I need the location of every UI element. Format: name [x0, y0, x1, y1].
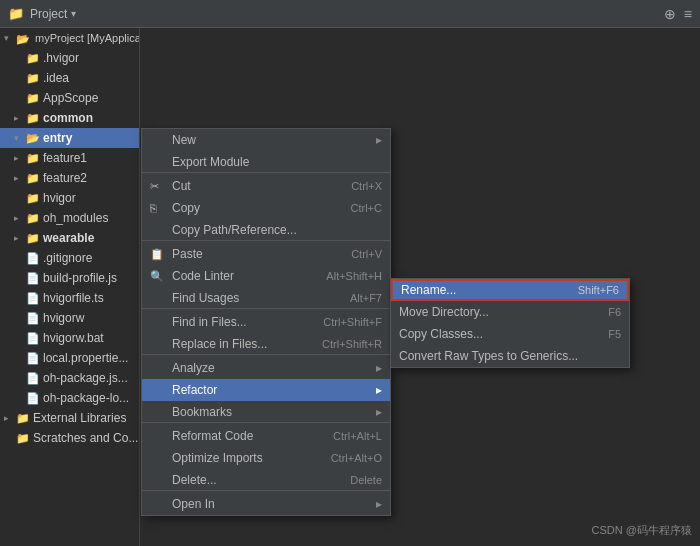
- context-menu-cut[interactable]: ✂ Cut Ctrl+X: [142, 175, 390, 197]
- tree-item-hvigor2[interactable]: 📁 hvigor: [0, 188, 139, 208]
- copy-path-label: Copy Path/Reference...: [172, 223, 382, 237]
- oh-package-lo-label: oh-package-lo...: [43, 391, 129, 405]
- tree-item-feature2[interactable]: 📁 feature2: [0, 168, 139, 188]
- tree-item-build-profile[interactable]: 📄 build-profile.js: [0, 268, 139, 288]
- context-menu-paste[interactable]: 📋 Paste Ctrl+V: [142, 243, 390, 265]
- tree-item-feature1[interactable]: 📁 feature1: [0, 148, 139, 168]
- analyze-label: Analyze: [172, 361, 372, 375]
- tree-item-entry[interactable]: 📂 entry: [0, 128, 139, 148]
- idea-label: .idea: [43, 71, 69, 85]
- move-directory-label: Move Directory...: [399, 305, 608, 319]
- copy-classes-label: Copy Classes...: [399, 327, 608, 341]
- tree-item-hvigor[interactable]: 📁 .hvigor: [0, 48, 139, 68]
- wearable-label: wearable: [43, 231, 94, 245]
- context-menu-copy[interactable]: ⎘ Copy Ctrl+C: [142, 197, 390, 219]
- tree-root-arrow: [4, 33, 16, 43]
- copy-classes-shortcut: F5: [608, 328, 621, 340]
- tree-item-hvigorw-bat[interactable]: 📄 hvigorw.bat: [0, 328, 139, 348]
- tree-item-gitignore[interactable]: 📄 .gitignore: [0, 248, 139, 268]
- context-menu-copy-path[interactable]: Copy Path/Reference...: [142, 219, 390, 241]
- build-profile-label: build-profile.js: [43, 271, 117, 285]
- submenu-rename[interactable]: Rename... Shift+F6: [391, 279, 629, 301]
- context-menu-analyze[interactable]: Analyze ▸: [142, 357, 390, 379]
- open-in-label: Open In: [172, 497, 372, 511]
- tree-item-oh-modules[interactable]: 📁 oh_modules: [0, 208, 139, 228]
- context-menu-refactor[interactable]: Refactor ▸: [142, 379, 390, 401]
- tree-item-hvigorw[interactable]: 📄 hvigorw: [0, 308, 139, 328]
- submenu-move-directory[interactable]: Move Directory... F6: [391, 301, 629, 323]
- menu-icon[interactable]: ≡: [684, 6, 692, 22]
- context-menu-bookmarks[interactable]: Bookmarks ▸: [142, 401, 390, 423]
- feature1-label: feature1: [43, 151, 87, 165]
- hvigorfile-label: hvigorfile.ts: [43, 291, 104, 305]
- ext-libraries-label: External Libraries: [33, 411, 126, 425]
- context-menu-delete[interactable]: Delete... Delete: [142, 469, 390, 491]
- project-panel: myProject [MyApplication] D:\myProject 📁…: [0, 28, 140, 546]
- delete-label: Delete...: [172, 473, 342, 487]
- copy-icon: ⎘: [150, 202, 168, 214]
- tree-item-oh-package-lo[interactable]: 📄 oh-package-lo...: [0, 388, 139, 408]
- export-module-label: Export Module: [172, 155, 382, 169]
- replace-files-label: Replace in Files...: [172, 337, 314, 351]
- tree-item-wearable[interactable]: 📁 wearable: [0, 228, 139, 248]
- oh-package-js-label: oh-package.js...: [43, 371, 128, 385]
- refactor-submenu: Rename... Shift+F6 Move Directory... F6 …: [390, 278, 630, 368]
- oh-modules-arrow: [14, 213, 26, 223]
- context-menu-find-usages[interactable]: Find Usages Alt+F7: [142, 287, 390, 309]
- context-menu-replace-files[interactable]: Replace in Files... Ctrl+Shift+R: [142, 333, 390, 355]
- context-menu-optimize[interactable]: Optimize Imports Ctrl+Alt+O: [142, 447, 390, 469]
- title-bar-actions: ⊕ ≡: [664, 6, 692, 22]
- reformat-label: Reformat Code: [172, 429, 325, 443]
- hvigorw-bat-label: hvigorw.bat: [43, 331, 104, 345]
- oh-modules-label: oh_modules: [43, 211, 108, 225]
- tree-item-scratches[interactable]: 📁 Scratches and Co...: [0, 428, 139, 448]
- cut-label: Cut: [172, 179, 343, 193]
- title-bar-icon: 📁: [8, 6, 24, 21]
- reformat-shortcut: Ctrl+Alt+L: [333, 430, 382, 442]
- tree-item-common[interactable]: 📁 common: [0, 108, 139, 128]
- context-menu-new[interactable]: New ▸: [142, 129, 390, 151]
- tree-item-oh-package-js[interactable]: 📄 oh-package.js...: [0, 368, 139, 388]
- context-menu-find-files[interactable]: Find in Files... Ctrl+Shift+F: [142, 311, 390, 333]
- title-bar: 📁 Project ▾ ⊕ ≡: [0, 0, 700, 28]
- context-menu-reformat[interactable]: Reformat Code Ctrl+Alt+L: [142, 425, 390, 447]
- bookmarks-label: Bookmarks: [172, 405, 372, 419]
- copy-shortcut: Ctrl+C: [351, 202, 382, 214]
- context-menu-open-in[interactable]: Open In ▸: [142, 493, 390, 515]
- find-usages-label: Find Usages: [172, 291, 342, 305]
- tree-item-idea[interactable]: 📁 .idea: [0, 68, 139, 88]
- tree-item-hvigorfile[interactable]: 📄 hvigorfile.ts: [0, 288, 139, 308]
- code-linter-label: Code Linter: [172, 269, 318, 283]
- linter-shortcut: Alt+Shift+H: [326, 270, 382, 282]
- open-in-arrow: ▸: [376, 497, 382, 511]
- context-menu: New ▸ Export Module ✂ Cut Ctrl+X ⎘ Copy …: [141, 128, 391, 516]
- copy-label: Copy: [172, 201, 343, 215]
- refactor-label: Refactor: [172, 383, 372, 397]
- gitignore-label: .gitignore: [43, 251, 92, 265]
- feature2-arrow: [14, 173, 26, 183]
- scratches-label: Scratches and Co...: [33, 431, 138, 445]
- add-icon[interactable]: ⊕: [664, 6, 676, 22]
- tree-root[interactable]: myProject [MyApplication] D:\myProject: [0, 28, 139, 48]
- submenu-copy-classes[interactable]: Copy Classes... F5: [391, 323, 629, 345]
- find-files-shortcut: Ctrl+Shift+F: [323, 316, 382, 328]
- context-menu-export-module[interactable]: Export Module: [142, 151, 390, 173]
- tree-item-ext-libraries[interactable]: 📁 External Libraries: [0, 408, 139, 428]
- bookmarks-arrow: ▸: [376, 405, 382, 419]
- context-menu-code-linter[interactable]: 🔍 Code Linter Alt+Shift+H: [142, 265, 390, 287]
- submenu-convert-raw[interactable]: Convert Raw Types to Generics...: [391, 345, 629, 367]
- paste-label: Paste: [172, 247, 343, 261]
- new-label: New: [172, 133, 372, 147]
- find-usages-shortcut: Alt+F7: [350, 292, 382, 304]
- tree-item-local-props[interactable]: 📄 local.propertie...: [0, 348, 139, 368]
- feature2-label: feature2: [43, 171, 87, 185]
- hvigorw-label: hvigorw: [43, 311, 84, 325]
- refactor-arrow: ▸: [376, 383, 382, 397]
- title-bar-arrow: ▾: [71, 8, 76, 19]
- move-directory-shortcut: F6: [608, 306, 621, 318]
- analyze-arrow: ▸: [376, 361, 382, 375]
- hvigor2-label: hvigor: [43, 191, 76, 205]
- delete-shortcut: Delete: [350, 474, 382, 486]
- tree-item-appscope[interactable]: 📁 AppScope: [0, 88, 139, 108]
- rename-shortcut: Shift+F6: [578, 284, 619, 296]
